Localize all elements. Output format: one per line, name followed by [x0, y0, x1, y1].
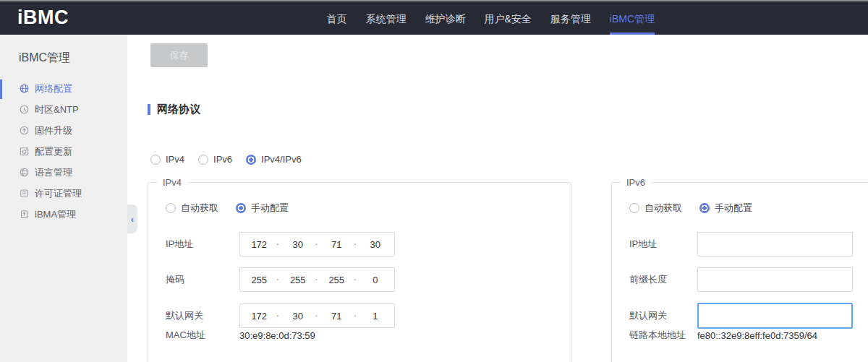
ipv4-mask-octet-1[interactable]: 255	[240, 275, 278, 285]
chevron-left-icon: ‹	[131, 214, 134, 225]
sidebar: iBMC管理 网络配置 时区&NTP 固件升级	[0, 35, 127, 362]
ipv4-panel: IPv4 自动获取 手动配置 IP地址 172 30 71 30 掩码 25	[148, 182, 571, 362]
firmware-upgrade-icon	[20, 126, 29, 135]
radio-ipv4[interactable]: IPv4	[150, 154, 184, 165]
ipv6-ip-row: IP地址	[629, 232, 853, 257]
radio-ipv4-ipv6[interactable]: IPv4/IPv6	[246, 154, 302, 165]
section-title: 网络协议	[157, 103, 200, 116]
sidebar-item-language-management[interactable]: 语言管理	[0, 162, 127, 183]
ipv4-gateway-label: 默认网关	[166, 309, 239, 322]
ipv6-radio-auto[interactable]: 自动获取	[629, 202, 682, 215]
radio-ipv6-label: IPv6	[213, 154, 232, 165]
top-header-bar: iBMC 首页 系统管理 维护诊断 用户&安全 服务管理 iBMC管理	[0, 0, 868, 35]
ipv6-link-local-row: 链路本地地址 fe80::32e9:8eff:fe0d:7359/64	[629, 328, 817, 342]
ipv4-gateway-octet-1[interactable]: 172	[240, 311, 278, 322]
ipv4-gateway-octet-4[interactable]: 1	[357, 311, 395, 322]
ipv6-radio-auto-circle[interactable]	[629, 203, 639, 213]
app-logo: iBMC	[17, 7, 69, 29]
ipv4-mac-label: MAC地址	[166, 329, 239, 342]
sidebar-item-label: 固件升级	[35, 124, 72, 137]
nav-system-management[interactable]: 系统管理	[365, 1, 406, 35]
ipv4-mode-radio-group: 自动获取 手动配置	[166, 202, 289, 215]
radio-ipv6-circle[interactable]	[198, 155, 208, 165]
sidebar-item-ibma-management[interactable]: iBMA管理	[0, 204, 127, 225]
save-button[interactable]: 保存	[150, 43, 208, 67]
radio-ipv4-label: IPv4	[166, 154, 184, 165]
sidebar-item-firmware-upgrade[interactable]: 固件升级	[0, 120, 127, 141]
nav-home[interactable]: 首页	[326, 1, 346, 35]
ipv6-radio-manual-label: 手动配置	[715, 202, 752, 215]
protocol-radio-group: IPv4 IPv6 IPv4/IPv6	[150, 154, 302, 165]
ipv4-panel-legend: IPv4	[157, 177, 187, 188]
nav-ibmc-management[interactable]: iBMC管理	[610, 1, 655, 35]
radio-ipv6[interactable]: IPv6	[198, 154, 232, 165]
config-update-icon	[20, 147, 29, 156]
ipv4-gateway-octet-3[interactable]: 71	[318, 311, 356, 322]
ipv4-ip-octet-4[interactable]: 30	[357, 239, 395, 250]
ipv4-ip-input[interactable]: 172 30 71 30	[239, 232, 395, 257]
ipv6-gateway-label: 默认网关	[629, 309, 697, 322]
ipv4-ip-octet-3[interactable]: 71	[318, 239, 356, 250]
sidebar-item-config-update[interactable]: 配置更新	[0, 141, 127, 162]
sidebar-item-label: 语言管理	[35, 166, 72, 179]
ipv6-ip-label: IP地址	[629, 238, 697, 251]
page: iBMC 首页 系统管理 维护诊断 用户&安全 服务管理 iBMC管理 iBMC…	[0, 0, 868, 362]
ipv4-radio-auto-label: 自动获取	[181, 202, 218, 215]
ipv6-mode-radio-group: 自动获取 手动配置	[629, 202, 752, 215]
ipv6-prefix-row: 前缀长度	[629, 267, 853, 292]
ipv6-prefix-label: 前缀长度	[629, 273, 697, 286]
clock-icon	[20, 105, 29, 114]
ipv6-radio-auto-label: 自动获取	[644, 202, 682, 215]
ipv4-ip-octet-2[interactable]: 30	[279, 239, 318, 250]
sidebar-collapse-button[interactable]: ‹	[127, 204, 137, 233]
ipv4-radio-manual[interactable]: 手动配置	[236, 202, 289, 215]
ipv4-mask-label: 掩码	[166, 273, 239, 286]
ibma-icon	[20, 210, 29, 219]
ipv4-mac-row: MAC地址 30:e9:8e:0d:73:59	[166, 328, 315, 342]
radio-ipv4-ipv6-label: IPv4/IPv6	[261, 154, 302, 165]
ipv6-radio-manual[interactable]: 手动配置	[699, 202, 752, 215]
ipv4-ip-label: IP地址	[166, 238, 239, 251]
ipv6-radio-manual-circle[interactable]	[699, 203, 710, 213]
section-network-protocol: 网络协议	[148, 103, 200, 116]
ipv6-link-local-value: fe80::32e9:8eff:fe0d:7359/64	[697, 330, 817, 341]
sidebar-item-license-management[interactable]: 许可证管理	[0, 183, 127, 204]
ipv6-link-local-label: 链路本地地址	[629, 329, 697, 342]
sidebar-item-label: iBMA管理	[35, 208, 76, 221]
ipv4-mask-octet-3[interactable]: 255	[318, 275, 356, 285]
ipv4-radio-auto[interactable]: 自动获取	[166, 202, 218, 215]
ipv4-mac-value: 30:e9:8e:0d:73:59	[239, 330, 315, 341]
sidebar-item-label: 配置更新	[35, 145, 72, 158]
sidebar-item-label: 许可证管理	[35, 187, 82, 200]
ipv4-mask-octet-4[interactable]: 0	[357, 275, 395, 285]
section-accent-bar	[148, 104, 150, 115]
license-icon	[20, 189, 29, 198]
globe-icon	[20, 84, 29, 93]
sidebar-menu: 网络配置 时区&NTP 固件升级 配置更新	[0, 78, 127, 225]
nav-service-management[interactable]: 服务管理	[550, 1, 591, 35]
language-icon	[20, 168, 29, 177]
nav-maintenance-diagnosis[interactable]: 维护诊断	[425, 1, 465, 35]
ipv4-radio-auto-circle[interactable]	[166, 203, 176, 213]
ipv4-ip-octet-1[interactable]: 172	[240, 239, 278, 250]
ipv6-panel-legend: IPv6	[621, 177, 651, 188]
ipv6-prefix-input[interactable]	[697, 267, 853, 292]
ipv4-radio-manual-label: 手动配置	[251, 202, 289, 215]
sidebar-item-timezone-ntp[interactable]: 时区&NTP	[0, 99, 127, 120]
sidebar-item-label: 时区&NTP	[35, 103, 79, 116]
radio-ipv4-circle[interactable]	[150, 155, 161, 165]
nav-user-security[interactable]: 用户&安全	[484, 1, 531, 35]
ipv6-ip-input[interactable]	[697, 232, 853, 257]
ipv6-gateway-row: 默认网关	[629, 303, 853, 328]
ipv4-gateway-octet-2[interactable]: 30	[279, 311, 318, 322]
ipv4-ip-row: IP地址 172 30 71 30	[166, 232, 395, 257]
ipv4-radio-manual-circle[interactable]	[236, 203, 246, 213]
ipv4-gateway-input[interactable]: 172 30 71 1	[239, 303, 395, 328]
sidebar-item-network-config[interactable]: 网络配置	[0, 78, 127, 99]
ipv4-gateway-row: 默认网关 172 30 71 1	[166, 303, 395, 328]
radio-ipv4-ipv6-circle[interactable]	[246, 155, 256, 165]
top-navigation: 首页 系统管理 维护诊断 用户&安全 服务管理 iBMC管理	[326, 1, 655, 35]
ipv6-gateway-input[interactable]	[697, 303, 853, 329]
ipv4-mask-input[interactable]: 255 255 255 0	[239, 267, 395, 292]
ipv4-mask-octet-2[interactable]: 255	[279, 275, 318, 285]
